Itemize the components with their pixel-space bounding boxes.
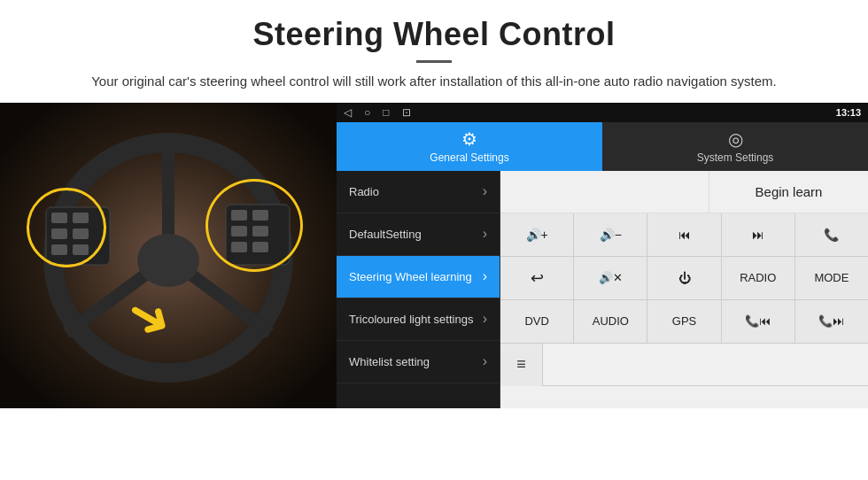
tab-system-label: System Settings — [697, 151, 774, 164]
home-nav-icon[interactable]: ○ — [364, 106, 370, 119]
content-area: ➜ ◁ ○ □ ⊡ 13:13 ⚙ General Settings ◎ Sys… — [0, 103, 868, 408]
status-bar: ◁ ○ □ ⊡ 13:13 — [337, 103, 868, 122]
control-row-2: ↩ 🔊✕ ⏻ RADIO MODE — [500, 257, 868, 300]
right-panel: Begin learn 🔊+ 🔊− ⏮ ⏭ 📞 ↩ 🔊✕ ⏻ RADIO MOD — [500, 171, 868, 408]
bottom-icon-row: ≡ — [500, 344, 868, 386]
menu-radio-arrow: › — [483, 183, 487, 199]
menu-radio-label: Radio — [349, 185, 379, 198]
menu-default-arrow: › — [483, 226, 487, 242]
general-settings-icon: ⚙ — [461, 128, 477, 150]
steering-wheel-image: ➜ — [0, 103, 337, 408]
tab-general[interactable]: ⚙ General Settings — [337, 122, 602, 171]
menu-whitelist-arrow: › — [483, 353, 487, 369]
highlight-right — [205, 179, 303, 272]
main-content: Radio › DefaultSetting › Steering Wheel … — [337, 171, 868, 408]
menu-list: Radio › DefaultSetting › Steering Wheel … — [337, 171, 500, 408]
page-title: Steering Wheel Control — [35, 16, 833, 53]
back-button[interactable]: ↩ — [500, 257, 574, 299]
call-button[interactable]: 📞 — [795, 213, 868, 256]
top-section: Steering Wheel Control Your original car… — [0, 0, 868, 103]
tel-prev-button[interactable]: 📞⏮ — [722, 300, 795, 343]
dvd-button[interactable]: DVD — [500, 300, 574, 343]
power-button[interactable]: ⏻ — [647, 257, 721, 299]
tab-system[interactable]: ◎ System Settings — [602, 122, 868, 171]
menu-tricoloured-label: Tricoloured light settings — [349, 313, 473, 326]
title-divider — [416, 60, 452, 63]
subtitle: Your original car's steering wheel contr… — [35, 72, 833, 92]
tab-general-label: General Settings — [430, 151, 508, 164]
menu-steering-arrow: › — [483, 268, 487, 284]
begin-learn-empty — [500, 171, 709, 213]
menu-item-radio[interactable]: Radio › — [337, 171, 500, 213]
menu-whitelist-label: Whitelist setting — [349, 355, 430, 368]
back-nav-icon[interactable]: ◁ — [344, 106, 352, 119]
gps-button[interactable]: GPS — [647, 300, 721, 343]
menu-item-steering[interactable]: Steering Wheel learning › — [337, 256, 500, 298]
menu-tricoloured-arrow: › — [483, 311, 487, 327]
begin-learn-button[interactable]: Begin learn — [709, 171, 868, 213]
control-row-1: 🔊+ 🔊− ⏮ ⏭ 📞 — [500, 213, 868, 257]
menu-item-default[interactable]: DefaultSetting › — [337, 213, 500, 256]
status-time: 13:13 — [836, 107, 861, 118]
highlight-left — [27, 188, 106, 267]
menu-steering-label: Steering Wheel learning — [349, 270, 472, 283]
next-button[interactable]: ⏭ — [722, 213, 795, 256]
vol-down-button[interactable]: 🔊− — [574, 213, 647, 256]
menu-item-tricoloured[interactable]: Tricoloured light settings › — [337, 298, 500, 341]
vol-up-button[interactable]: 🔊+ — [500, 213, 574, 256]
menu-default-label: DefaultSetting — [349, 228, 422, 241]
android-ui: ◁ ○ □ ⊡ 13:13 ⚙ General Settings ◎ Syste… — [337, 103, 868, 408]
menu-item-whitelist[interactable]: Whitelist setting › — [337, 341, 500, 383]
begin-learn-row: Begin learn — [500, 171, 868, 213]
audio-button[interactable]: AUDIO — [574, 300, 647, 343]
screenshot-icon[interactable]: ⊡ — [402, 106, 411, 119]
tel-next-button[interactable]: 📞⏭ — [795, 300, 868, 343]
status-bar-nav: ◁ ○ □ ⊡ — [344, 106, 411, 119]
control-row-3: DVD AUDIO GPS 📞⏮ 📞⏭ — [500, 300, 868, 344]
prev-button[interactable]: ⏮ — [647, 213, 721, 256]
recent-nav-icon[interactable]: □ — [383, 106, 389, 119]
radio-button[interactable]: RADIO — [722, 257, 795, 299]
menu-icon-button[interactable]: ≡ — [500, 344, 543, 386]
steering-wheel-bg: ➜ — [0, 103, 337, 408]
mode-button[interactable]: MODE — [795, 257, 868, 299]
mute-button[interactable]: 🔊✕ — [574, 257, 647, 299]
system-settings-icon: ◎ — [728, 128, 743, 150]
tab-bar: ⚙ General Settings ◎ System Settings — [337, 122, 868, 171]
